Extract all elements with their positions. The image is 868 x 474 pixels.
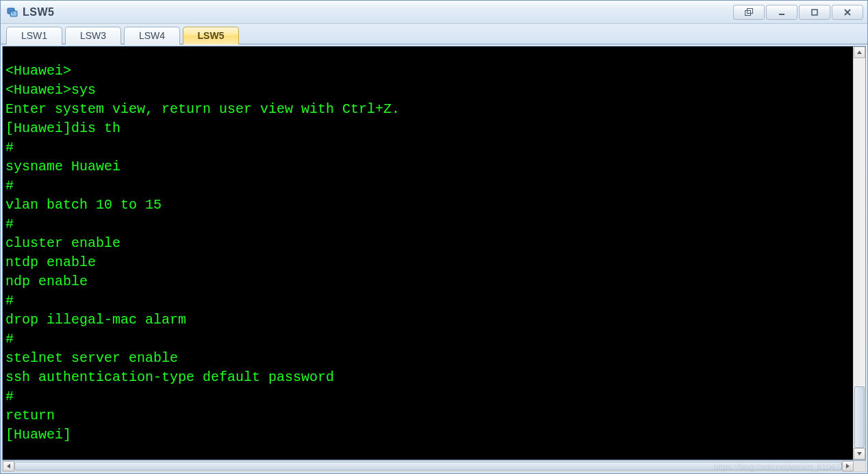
vertical-scrollbar[interactable] <box>853 47 865 460</box>
vertical-scroll-thumb[interactable] <box>854 386 865 448</box>
horizontal-scrollbar[interactable] <box>2 460 866 472</box>
scroll-left-arrow-icon[interactable] <box>3 461 14 471</box>
app-window: LSW5 <box>0 0 868 474</box>
minimize-button[interactable] <box>766 5 797 20</box>
horizontal-scroll-track[interactable] <box>14 461 842 471</box>
tab-lsw3[interactable]: LSW3 <box>65 27 121 44</box>
horizontal-scroll-thumb[interactable] <box>14 462 842 471</box>
svg-rect-6 <box>812 10 817 15</box>
maximize-button[interactable] <box>799 5 830 20</box>
tab-bar: LSW1 LSW3 LSW4 LSW5 <box>1 24 867 44</box>
vertical-scroll-track[interactable] <box>854 58 865 448</box>
tab-lsw1[interactable]: LSW1 <box>6 27 62 44</box>
popout-button[interactable] <box>733 5 765 20</box>
tab-lsw5[interactable]: LSW5 <box>183 27 239 44</box>
scroll-down-arrow-icon[interactable] <box>854 448 865 460</box>
close-button[interactable] <box>832 5 863 20</box>
tab-lsw4[interactable]: LSW4 <box>124 27 180 44</box>
terminal-container: <Huawei> <Huawei>sys Enter system view, … <box>2 46 866 460</box>
titlebar[interactable]: LSW5 <box>1 1 867 24</box>
scroll-right-arrow-icon[interactable] <box>842 461 854 471</box>
scrollbar-corner <box>854 461 865 471</box>
window-title: LSW5 <box>23 6 732 18</box>
terminal-output[interactable]: <Huawei> <Huawei>sys Enter system view, … <box>3 60 853 446</box>
window-controls <box>732 5 863 20</box>
client-area: <Huawei> <Huawei>sys Enter system view, … <box>1 44 867 473</box>
app-icon <box>6 6 18 18</box>
scroll-up-arrow-icon[interactable] <box>854 47 865 58</box>
